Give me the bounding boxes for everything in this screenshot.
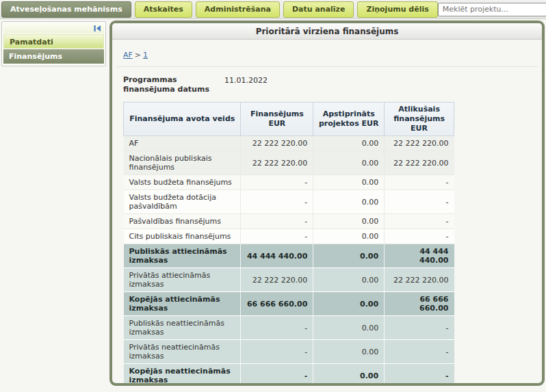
row-value: 22 222 220.00 <box>385 151 454 175</box>
table-row: Publiskās neattiecināmās izmaksas - 0.00… <box>124 316 454 340</box>
row-label: Kopējās neattiecināmās izmaksas <box>124 364 241 386</box>
breadcrumb-link-af[interactable]: AF <box>123 51 133 60</box>
row-value: 0.00 <box>313 340 385 364</box>
row-value: - <box>385 340 454 364</box>
main-panel: Prioritārā virziena finansējums AF>1 Pro… <box>109 21 545 386</box>
table-row-subtotal: Publiskās attiecināmās izmaksas 44 444 4… <box>124 244 454 268</box>
breadcrumb-separator: > <box>135 51 141 60</box>
sidebar-item-finansejums[interactable]: Finansējums <box>3 49 104 64</box>
row-value: 0.00 <box>313 229 385 244</box>
row-value: - <box>241 364 313 386</box>
row-value: 22 222 220.00 <box>241 268 313 292</box>
search-input[interactable] <box>438 3 546 16</box>
row-value: 44 444 440.00 <box>241 244 313 268</box>
row-value: 22 222 220.00 <box>241 151 313 175</box>
table-row: Valsts budžeta finansējums - 0.00 - <box>124 175 454 190</box>
row-value: 22 222 220.00 <box>385 268 454 292</box>
tab-zinojumu-delis[interactable]: Ziņojumu dēlis <box>357 1 437 18</box>
row-value: - <box>385 190 454 214</box>
row-label: Publiskās neattiecināmās izmaksas <box>124 316 241 340</box>
table-row: Cits publiskais finansējums - 0.00 - <box>124 229 454 244</box>
row-value: - <box>385 229 454 244</box>
row-value: 0.00 <box>313 268 385 292</box>
row-value: 44 444 440.00 <box>385 244 454 268</box>
finance-table-header-row: Finansējuma avota veids Finansējums EUR … <box>124 102 454 136</box>
row-value: - <box>385 175 454 190</box>
table-row: Privātās neattiecināmās izmaksas - 0.00 … <box>124 340 454 364</box>
program-date-label: Programmas finansējuma datums <box>123 75 224 95</box>
row-value: 0.00 <box>313 190 385 214</box>
main-tabs: Atveseļošanas mehānisms Atskaites Admini… <box>0 1 438 18</box>
table-row-subtotal: Kopējās neattiecināmās izmaksas - 0.00 - <box>124 364 454 386</box>
col-header-remaining-financing-eur: Atlikušais finansējums EUR <box>385 102 454 136</box>
row-value: 0.00 <box>313 136 385 151</box>
row-label: Cits publiskais finansējums <box>124 229 241 244</box>
row-label: Valsts budžeta dotācija pašvaldībām <box>124 190 241 214</box>
finance-table: Finansējuma avota veids Finansējums EUR … <box>123 102 454 386</box>
row-value: - <box>241 190 313 214</box>
row-value: 66 666 660.00 <box>241 292 313 316</box>
table-row-subtotal: Kopējās attiecināmās izmaksas 66 666 660… <box>124 292 454 316</box>
row-label: Publiskās attiecināmās izmaksas <box>124 244 241 268</box>
program-date-value: 11.01.2022 <box>224 75 268 95</box>
sidebar-item-pamatdati[interactable]: Pamatdati <box>3 34 104 49</box>
row-value: - <box>241 214 313 229</box>
program-date-row: Programmas finansējuma datums 11.01.2022 <box>123 75 531 95</box>
row-value: 0.00 <box>313 364 385 386</box>
row-label: Privātās attiecināmās izmaksas <box>124 268 241 292</box>
collapse-left-icon[interactable] <box>94 25 101 31</box>
tab-datu-analize[interactable]: Datu analīze <box>283 1 354 18</box>
row-value: 22 222 220.00 <box>241 136 313 151</box>
tab-administresana[interactable]: Administrēšana <box>196 1 280 18</box>
row-label: Privātās neattiecināmās izmaksas <box>124 340 241 364</box>
row-value: - <box>241 175 313 190</box>
row-label: Valsts budžeta finansējums <box>124 175 241 190</box>
row-value: - <box>241 316 313 340</box>
row-value: 0.00 <box>313 214 385 229</box>
table-row: Nacionālais publiskais finansējums 22 22… <box>124 151 454 175</box>
table-row: Valsts budžeta dotācija pašvaldībām - 0.… <box>124 190 454 214</box>
row-label: Kopējās attiecināmās izmaksas <box>124 292 241 316</box>
col-header-financing-eur: Finansējums EUR <box>241 102 313 136</box>
row-value: - <box>385 364 454 386</box>
row-value: 0.00 <box>313 244 385 268</box>
row-label: Pašvaldības finansējums <box>124 214 241 229</box>
table-row: Privātās attiecināmās izmaksas 22 222 22… <box>124 268 454 292</box>
row-value: 0.00 <box>313 292 385 316</box>
col-header-source-type: Finansējuma avota veids <box>124 102 241 136</box>
row-value: - <box>385 316 454 340</box>
tab-atveselosanas-mehanisms[interactable]: Atveseļošanas mehānisms <box>1 1 131 18</box>
row-value: 0.00 <box>313 151 385 175</box>
row-value: - <box>241 229 313 244</box>
page-title: Prioritārā virziena finansējums <box>112 23 542 40</box>
row-value: 0.00 <box>313 316 385 340</box>
row-value: - <box>241 340 313 364</box>
row-label: AF <box>124 136 241 151</box>
breadcrumb: AF>1 <box>116 40 538 67</box>
table-row: Pašvaldības finansējums - 0.00 - <box>124 214 454 229</box>
row-value: - <box>385 214 454 229</box>
tab-atskaites[interactable]: Atskaites <box>135 1 192 18</box>
row-label: Nacionālais publiskais finansējums <box>124 151 241 175</box>
row-value: 22 222 220.00 <box>385 136 454 151</box>
top-navigation-bar: Atveseļošanas mehānisms Atskaites Admini… <box>0 0 546 19</box>
table-row: AF 22 222 220.00 0.00 22 222 220.00 <box>124 136 454 151</box>
sidebar-header <box>3 23 104 34</box>
row-value: 0.00 <box>313 175 385 190</box>
col-header-approved-projects-eur: Apstiprināts projektos EUR <box>313 102 385 136</box>
sidebar: Pamatdati Finansējums <box>1 21 106 66</box>
row-value: 66 666 660.00 <box>385 292 454 316</box>
breadcrumb-link-1[interactable]: 1 <box>143 51 148 60</box>
